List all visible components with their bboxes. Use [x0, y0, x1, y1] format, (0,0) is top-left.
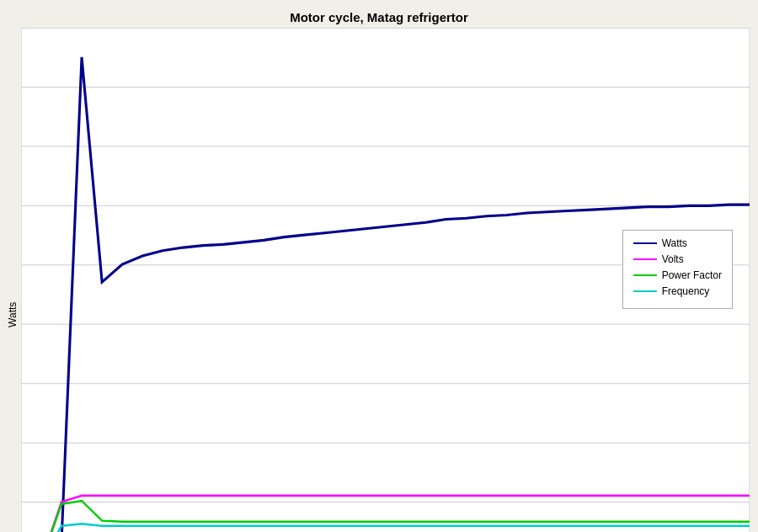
- chart-area-wrapper: 0 100 200 300 400 500 600 700 800 900 1 …: [21, 28, 758, 532]
- chart-title: Motor cycle, Matag refrigertor: [290, 10, 468, 24]
- chart-legend: Watts Volts Power Factor Frequency: [622, 230, 733, 309]
- chart-container: Motor cycle, Matag refrigertor Watts: [0, 0, 758, 532]
- legend-label-watts: Watts: [662, 237, 687, 249]
- chart-body: Watts: [0, 28, 758, 532]
- legend-label-power-factor: Power Factor: [662, 269, 722, 281]
- legend-line-watts: [633, 242, 657, 244]
- legend-line-frequency: [633, 290, 657, 292]
- legend-item-watts: Watts: [633, 237, 722, 249]
- legend-item-frequency: Frequency: [633, 285, 722, 297]
- legend-item-volts: Volts: [633, 253, 722, 265]
- legend-line-power-factor: [633, 274, 657, 276]
- legend-item-power-factor: Power Factor: [633, 269, 722, 281]
- chart-area: 0 100 200 300 400 500 600 700 800 900 1 …: [21, 28, 750, 532]
- legend-label-frequency: Frequency: [662, 285, 710, 297]
- y-axis-label: Watts: [4, 28, 21, 532]
- legend-line-volts: [633, 258, 657, 260]
- legend-label-volts: Volts: [662, 253, 684, 265]
